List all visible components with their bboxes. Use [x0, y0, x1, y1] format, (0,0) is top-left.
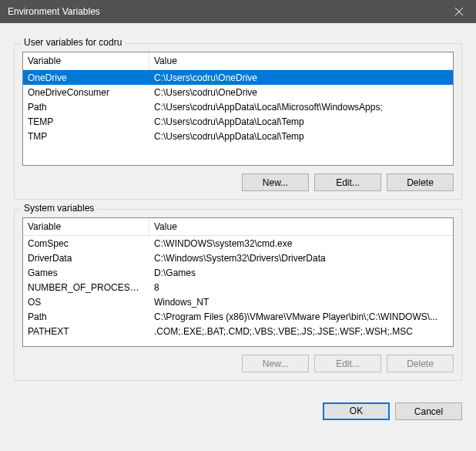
cell-variable: Path [23, 101, 149, 113]
system-edit-button: Edit... [314, 355, 381, 372]
cell-variable: ComSpec [23, 237, 149, 250]
user-col-value[interactable]: Value [149, 52, 453, 69]
user-new-button[interactable]: New... [242, 173, 309, 191]
table-row[interactable]: PATHEXT .COM;.EXE;.BAT;.CMD;.VBS;.VBE;.J… [23, 324, 453, 338]
cell-value [149, 345, 453, 347]
ok-button[interactable]: OK [323, 402, 390, 420]
table-row[interactable]: Path C:\Program Files (x86)\VMware\VMwar… [23, 309, 453, 324]
cell-variable: TMP [23, 130, 149, 143]
cell-value: C:\Users\codru\OneDrive [149, 86, 453, 99]
system-table-header: Variable Value [23, 218, 453, 236]
close-button[interactable] [441, 0, 476, 23]
window-title: Environment Variables [8, 6, 100, 17]
close-icon [455, 8, 463, 15]
cell-value: C:\Windows\System32\Drivers\DriverData [149, 252, 453, 264]
system-table-body[interactable]: ComSpec C:\WINDOWS\system32\cmd.exe Driv… [23, 236, 453, 346]
table-row[interactable]: TEMP C:\Users\codru\AppData\Local\Temp [23, 114, 453, 129]
cancel-button[interactable]: Cancel [395, 402, 462, 420]
user-col-variable[interactable]: Variable [23, 52, 149, 69]
table-row[interactable]: ComSpec C:\WINDOWS\system32\cmd.exe [23, 236, 453, 251]
cell-variable [23, 345, 149, 347]
table-row[interactable]: TMP C:\Users\codru\AppData\Local\Temp [23, 129, 453, 143]
cell-variable: Games [23, 267, 149, 279]
system-new-button: New... [242, 355, 309, 372]
table-row[interactable] [23, 338, 453, 346]
cell-value: Windows_NT [149, 296, 453, 308]
dialog-button-row: OK Cancel [0, 395, 476, 420]
cell-value: C:\Users\codru\AppData\Local\Temp [149, 116, 453, 128]
cell-value: C:\Users\codru\AppData\Local\Temp [149, 130, 453, 143]
user-button-row: New... Edit... Delete [22, 173, 454, 191]
system-variables-legend: System variables [21, 203, 97, 214]
user-edit-button[interactable]: Edit... [314, 173, 381, 191]
cell-variable: Path [23, 311, 149, 323]
system-col-variable[interactable]: Variable [23, 218, 149, 235]
dialog-content: User variables for codru Variable Value … [0, 23, 476, 395]
system-variables-table[interactable]: Variable Value ComSpec C:\WINDOWS\system… [22, 217, 454, 347]
cell-value: C:\Users\codru\AppData\Local\Microsoft\W… [149, 101, 453, 113]
user-variables-table[interactable]: Variable Value OneDrive C:\Users\codru\O… [22, 52, 454, 166]
cell-variable: TEMP [23, 116, 149, 128]
cell-variable: NUMBER_OF_PROCESSORS [23, 281, 149, 294]
cell-value: .COM;.EXE;.BAT;.CMD;.VBS;.VBE;.JS;.JSE;.… [149, 325, 453, 338]
cell-variable: OneDriveConsumer [23, 86, 149, 99]
user-table-body[interactable]: OneDrive C:\Users\codru\OneDrive OneDriv… [23, 70, 453, 165]
user-variables-group: User variables for codru Variable Value … [14, 43, 462, 200]
cell-variable: OS [23, 296, 149, 308]
cell-value: C:\WINDOWS\system32\cmd.exe [149, 237, 453, 250]
table-row[interactable]: DriverData C:\Windows\System32\Drivers\D… [23, 251, 453, 265]
system-col-value[interactable]: Value [149, 218, 453, 235]
cell-value: C:\Users\codru\OneDrive [149, 72, 453, 84]
cell-value: D:\Games [149, 267, 453, 279]
cell-value: C:\Program Files (x86)\VMware\VMware Pla… [149, 311, 453, 323]
cell-variable: PATHEXT [23, 325, 149, 338]
system-variables-group: System variables Variable Value ComSpec … [14, 209, 462, 381]
table-row[interactable]: OS Windows_NT [23, 294, 453, 309]
system-delete-button: Delete [387, 355, 454, 372]
user-variables-legend: User variables for codru [21, 37, 125, 48]
table-row[interactable]: Path C:\Users\codru\AppData\Local\Micros… [23, 99, 453, 114]
cell-variable: DriverData [23, 252, 149, 264]
user-delete-button[interactable]: Delete [387, 173, 454, 191]
table-row[interactable]: NUMBER_OF_PROCESSORS 8 [23, 280, 453, 294]
table-row[interactable]: Games D:\Games [23, 265, 453, 280]
titlebar: Environment Variables [0, 0, 476, 23]
table-row[interactable]: OneDrive C:\Users\codru\OneDrive [23, 70, 453, 85]
table-row[interactable]: OneDriveConsumer C:\Users\codru\OneDrive [23, 85, 453, 99]
user-table-header: Variable Value [23, 52, 453, 70]
cell-value: 8 [149, 281, 453, 294]
cell-variable: OneDrive [23, 72, 149, 84]
system-button-row: New... Edit... Delete [22, 355, 454, 372]
